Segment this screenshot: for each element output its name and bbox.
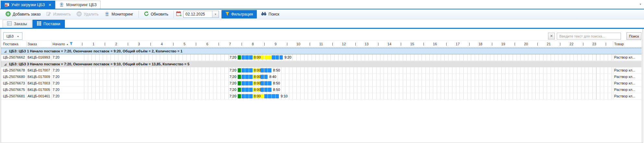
monitoring-icon: [104, 12, 110, 17]
hour-label: 10: [293, 42, 303, 46]
group-by-column-button[interactable]: ЦБЗ ▲: [3, 32, 22, 40]
group-expand-icon[interactable]: [4, 50, 6, 53]
edit-order-button[interactable]: Изменить: [43, 10, 74, 18]
halfhour-tick: [423, 43, 424, 46]
gantt-hour-marker: 8:00: [254, 55, 261, 59]
column-separator: [51, 74, 52, 80]
cell-delivery: ЦБ-25076675: [3, 88, 25, 92]
hour-label: 7: [225, 42, 235, 46]
tab-deliveries[interactable]: Поставки: [32, 20, 65, 28]
gantt-bar-cell: [268, 55, 271, 60]
column-separator: [613, 80, 613, 86]
cell-start: 7:20: [53, 88, 59, 92]
date-input[interactable]: [184, 11, 212, 17]
gantt-bar-cell: [264, 94, 268, 98]
column-separator: [613, 67, 613, 73]
gantt-bar-cell: [268, 81, 271, 85]
column-separator: [613, 93, 613, 99]
toolbar-separator: [173, 11, 174, 18]
table-row[interactable]: ЦБ-25076675БКЦБ-0170057:207:208:508:00Ра…: [1, 87, 641, 93]
gantt-bar-cell: [272, 55, 275, 60]
filter-label: Фильтрация: [231, 12, 253, 16]
cell-order: БКЦБ-017003: [28, 81, 50, 85]
cell-order: БКЦБ-017009: [28, 75, 50, 79]
column-header-order[interactable]: Заказ: [28, 42, 37, 46]
hour-label: 9: [271, 42, 280, 46]
column-separator: [613, 41, 613, 47]
halfhour-tick: [242, 43, 242, 46]
gantt-bar-cell: [260, 88, 264, 92]
gantt-start-label: 7:20: [217, 75, 236, 79]
gantt-bar-cell: [260, 75, 264, 79]
grid-icon: [37, 21, 41, 27]
group-header-text: ЦБЗ: ЦБЗ 3 Начало поставок = 7:20, Оконч…: [9, 62, 189, 66]
search-toolbar-button[interactable]: Поиск: [258, 11, 282, 18]
add-order-button[interactable]: Добавить заказ: [3, 10, 43, 18]
group-expand-icon[interactable]: [4, 63, 6, 66]
group-row[interactable]: ЦБЗ: ЦБЗ 1 Начало поставок = 7:20, Оконч…: [1, 48, 641, 54]
cell-order: БКЦБ-016993: [28, 55, 50, 59]
halfhour-tick: [401, 43, 401, 46]
grid-rows: ЦБЗ: ЦБЗ 1 Начало поставок = 7:20, Оконч…: [1, 48, 641, 100]
gantt-hour-marker: 8:00: [254, 81, 261, 85]
gantt-bar-cell: [245, 94, 249, 98]
group-header-text: ЦБЗ: ЦБЗ 1 Начало поставок = 7:20, Оконч…: [9, 49, 183, 53]
table-row[interactable]: ЦБ-25076681АКЦБ-0014617:207:209:108:00Ра…: [1, 93, 641, 100]
column-header-start[interactable]: Начало ▲: [53, 42, 73, 46]
tab-list-dropdown-icon[interactable]: ▼: [639, 3, 642, 6]
timeline-gridlines: [84, 93, 613, 99]
grid-right-border: [641, 40, 642, 143]
binoculars-icon: [261, 12, 267, 17]
table-row[interactable]: ЦБ-25076662БКЦБ-0169937:207:209:208:00Ра…: [1, 54, 641, 61]
tab-uchet-zagruzki[interactable]: 5 Учёт загрузки ЦБЗ ✕: [1, 1, 55, 9]
tab-orders[interactable]: Заказы: [3, 20, 31, 28]
timeline-gridlines: [84, 74, 613, 80]
tab-monitoring[interactable]: Мониторинг ЦБЗ: [55, 1, 101, 9]
refresh-button[interactable]: Обновить: [141, 10, 171, 18]
plus-icon: [6, 11, 11, 17]
hour-label: 14: [385, 42, 394, 46]
hour-label: 5: [180, 42, 189, 46]
group-row[interactable]: ЦБЗ: ЦБЗ 3 Начало поставок = 7:20, Оконч…: [1, 61, 641, 67]
filter-button[interactable]: Фильтрация: [221, 10, 257, 18]
halfhour-tick: [196, 43, 196, 46]
tab-close-icon[interactable]: ✕: [48, 3, 51, 7]
column-separator: [26, 74, 27, 80]
sort-asc-icon: ▲: [17, 35, 19, 37]
column-header-start-label: Начало: [53, 42, 65, 46]
gantt-bar-cell: [280, 55, 283, 60]
delete-order-label: Удалить: [84, 12, 99, 16]
halfhour-tick: [355, 43, 356, 46]
monitoring-button[interactable]: Мониторинг: [101, 11, 136, 18]
clear-search-button[interactable]: ✕: [548, 33, 555, 39]
hour-label: 1: [89, 42, 98, 46]
grid-header: Поставка Заказ Начало ▲ 1234567891011121…: [1, 40, 641, 48]
halfhour-tick: [105, 43, 105, 46]
gantt-bar-cell: [245, 81, 249, 85]
search-input[interactable]: [557, 33, 621, 39]
filter-funnel-icon[interactable]: [70, 42, 73, 46]
halfhour-tick: [446, 43, 447, 46]
table-row[interactable]: ЦБ-25076680БКЦБ-0170097:207:208:408:00Ра…: [1, 74, 641, 80]
column-separator: [51, 54, 52, 60]
gantt-bar-cell: [264, 88, 268, 92]
date-dropdown-icon[interactable]: ▼: [212, 11, 219, 17]
gantt-end-label: 8:50: [273, 88, 280, 92]
document-tabbar: 5 Учёт загрузки ЦБЗ ✕ Мониторинг ЦБЗ: [0, 0, 644, 9]
hour-label: 22: [566, 42, 576, 46]
gantt-bar-cell: [245, 55, 249, 60]
table-row[interactable]: ЦБ-25076678БКЦБ-0170077:207:208:508:00Ра…: [1, 67, 641, 74]
sort-asc-icon: ▲: [66, 43, 68, 45]
column-header-product[interactable]: Товар: [614, 42, 624, 46]
column-header-delivery[interactable]: Поставка: [3, 42, 18, 46]
column-separator: [51, 67, 52, 73]
delete-order-button[interactable]: Удалить: [74, 10, 101, 18]
minus-icon: [77, 11, 82, 17]
gantt-end-label: 9:10: [281, 94, 288, 98]
gantt-bar-cell: [249, 88, 253, 92]
cell-start: 7:20: [53, 75, 59, 79]
table-row[interactable]: ЦБ-25076673БКЦБ-0170037:207:208:508:00Ра…: [1, 80, 641, 87]
gantt-bar-cell: [249, 68, 253, 72]
search-button[interactable]: Поиск: [626, 32, 641, 40]
halfhour-tick: [173, 43, 173, 46]
